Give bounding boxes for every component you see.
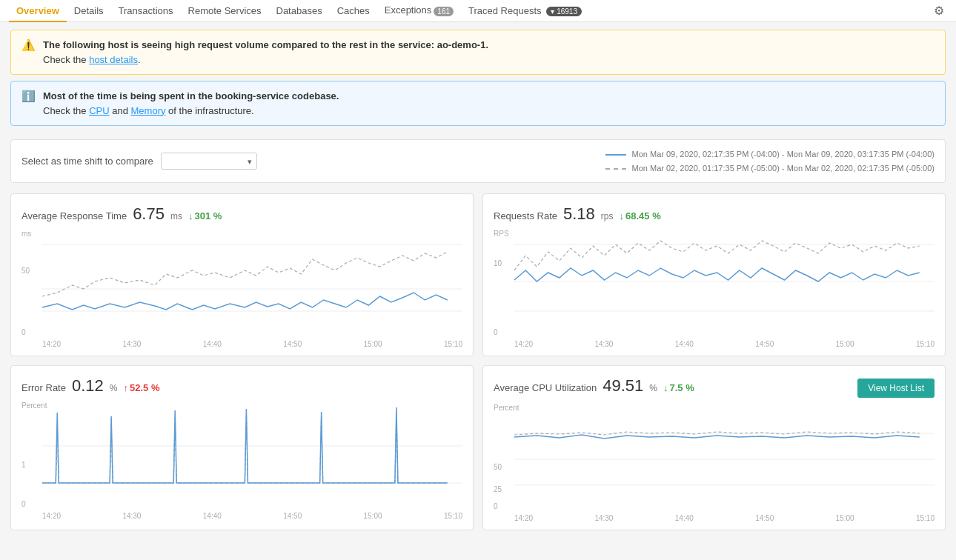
er-x2: 14:40 — [203, 512, 222, 520]
er-x4: 15:00 — [364, 512, 382, 520]
art-x4: 15:00 — [364, 340, 382, 348]
charts-grid: Average Response Time 6.75 ms 301 % ms 5… — [0, 189, 956, 541]
timeshift-select-wrap — [161, 153, 257, 170]
rr-unit: rps — [601, 211, 614, 221]
cpu-y-tick50: 50 — [494, 463, 502, 471]
cpu-link[interactable]: CPU — [89, 105, 109, 116]
art-title: Average Response Time — [21, 210, 127, 221]
chart-header-er: Error Rate 0.12 % 52.5 % — [21, 376, 462, 396]
settings-button[interactable]: ⚙ — [931, 1, 947, 21]
gear-wrap: ⚙ — [931, 1, 947, 21]
er-x5: 15:10 — [444, 512, 462, 520]
er-x3: 14:50 — [283, 512, 302, 520]
info-icon: ℹ️ — [21, 90, 36, 103]
avg-response-time-card: Average Response Time 6.75 ms 301 % ms 5… — [10, 193, 474, 356]
rr-x1: 14:30 — [594, 340, 613, 348]
art-x5: 15:10 — [444, 340, 462, 348]
avg-cpu-card: Average CPU Utilization 49.51 % 7.5 % Vi… — [482, 365, 946, 530]
nav-transactions[interactable]: Transactions — [111, 1, 181, 22]
legend: Mon Mar 09, 2020, 02:17:35 PM (-04:00) -… — [605, 147, 935, 175]
art-change: 301 % — [188, 210, 222, 221]
nav-remote-services[interactable]: Remote Services — [181, 1, 269, 22]
chart-header-cpu: Average CPU Utilization 49.51 % 7.5 % Vi… — [494, 376, 935, 398]
timeshift-select[interactable] — [161, 153, 257, 170]
exceptions-badge: 161 — [434, 7, 454, 16]
solid-line-icon — [605, 154, 626, 156]
cpu-x2: 14:40 — [675, 514, 694, 522]
art-x1: 14:30 — [122, 340, 141, 348]
memory-link[interactable]: Memory — [131, 105, 166, 116]
rr-x4: 15:00 — [836, 340, 854, 348]
er-change: 52.5 % — [123, 382, 159, 393]
warning-icon: ⚠️ — [21, 39, 36, 52]
cpu-y-tick25: 25 — [494, 485, 502, 493]
rr-x3: 14:50 — [755, 340, 774, 348]
legend-solid-line: Mon Mar 09, 2020, 02:17:35 PM (-04:00) -… — [605, 147, 935, 161]
er-chart-area: Percent 1 0 14:20 14:30 14:40 14:50 15:0… — [21, 401, 462, 520]
er-svg — [21, 401, 462, 520]
cpu-chart-area: Percent 50 25 0 14:20 14:30 14:40 14:50 … — [494, 404, 935, 522]
art-value: 6.75 — [133, 204, 165, 224]
er-y-zero: 0 — [21, 500, 26, 508]
dashed-line-icon — [605, 168, 626, 170]
legend-dashed-line: Mon Mar 02, 2020, 01:17:35 PM (-05:00) -… — [605, 161, 935, 176]
er-title: Error Rate — [21, 382, 66, 393]
art-x0: 14:20 — [42, 340, 61, 348]
nav-details[interactable]: Details — [67, 1, 111, 22]
rr-x5: 15:10 — [916, 340, 935, 348]
cpu-x0: 14:20 — [514, 514, 533, 522]
er-unit: % — [110, 383, 118, 393]
chart-header-rr: Requests Rate 5.18 rps 68.45 % — [494, 204, 935, 224]
art-y-tick: 50 — [21, 267, 30, 275]
art-chart-area: ms 50 0 14:20 14:30 14:40 14:50 15:00 15 — [21, 230, 462, 348]
art-svg — [21, 230, 462, 348]
cpu-svg — [494, 404, 935, 522]
cpu-y-label: Percent — [494, 404, 519, 412]
er-y-tick: 1 — [21, 461, 26, 469]
chart-header-art: Average Response Time 6.75 ms 301 % — [21, 204, 462, 224]
cpu-x1: 14:30 — [594, 514, 613, 522]
rr-x2: 14:40 — [675, 340, 694, 348]
cpu-x3: 14:50 — [755, 514, 774, 522]
nav-exceptions[interactable]: Exceptions161 — [377, 0, 461, 21]
er-value: 0.12 — [72, 376, 104, 396]
requests-rate-card: Requests Rate 5.18 rps 68.45 % RPS 10 0 … — [482, 193, 946, 356]
host-details-link[interactable]: host details — [89, 54, 138, 65]
cpu-y-zero: 0 — [494, 502, 498, 510]
timeshift-bar: Select as time shift to compare Mon Mar … — [10, 139, 946, 183]
art-x3: 14:50 — [283, 340, 302, 348]
nav-caches[interactable]: Caches — [330, 1, 377, 22]
er-x1: 14:30 — [122, 512, 141, 520]
nav-traced-requests[interactable]: Traced Requests ▾16913 — [461, 1, 589, 22]
alert-warning-text: The following host is seeing high reques… — [43, 38, 488, 67]
rr-y-label: RPS — [494, 230, 509, 238]
alerts-section: ⚠️ The following host is seeing high req… — [0, 22, 956, 133]
nav-bar: Overview Details Transactions Remote Ser… — [0, 0, 956, 22]
cpu-value: 49.51 — [603, 376, 643, 396]
alert-info-text: Most of the time is being spent in the b… — [43, 89, 339, 118]
alert-info: ℹ️ Most of the time is being spent in th… — [10, 81, 946, 126]
art-y-label: ms — [21, 230, 31, 238]
art-x2: 14:40 — [203, 340, 222, 348]
cpu-x4: 15:00 — [836, 514, 854, 522]
er-x0: 14:20 — [42, 512, 61, 520]
art-unit: ms — [170, 211, 182, 221]
rr-value: 5.18 — [563, 204, 595, 224]
error-rate-card: Error Rate 0.12 % 52.5 % Percent 1 0 14:… — [10, 365, 474, 530]
nav-databases[interactable]: Databases — [269, 1, 330, 22]
cpu-title: Average CPU Utilization — [494, 382, 597, 393]
rr-change: 68.45 % — [620, 210, 661, 221]
er-y-label: Percent — [21, 401, 47, 410]
cpu-x5: 15:10 — [916, 514, 935, 522]
rr-title: Requests Rate — [494, 210, 557, 221]
view-host-list-button[interactable]: View Host List — [857, 379, 935, 398]
traced-requests-badge: ▾16913 — [546, 7, 582, 16]
rr-x0: 14:20 — [514, 340, 533, 348]
rr-y-tick: 10 — [494, 259, 502, 267]
alert-warning: ⚠️ The following host is seeing high req… — [10, 30, 946, 75]
art-y-zero: 0 — [21, 328, 26, 336]
nav-overview[interactable]: Overview — [9, 1, 67, 22]
rr-svg — [494, 230, 935, 348]
rr-y-zero: 0 — [494, 328, 498, 336]
timeshift-label: Select as time shift to compare — [21, 156, 153, 167]
